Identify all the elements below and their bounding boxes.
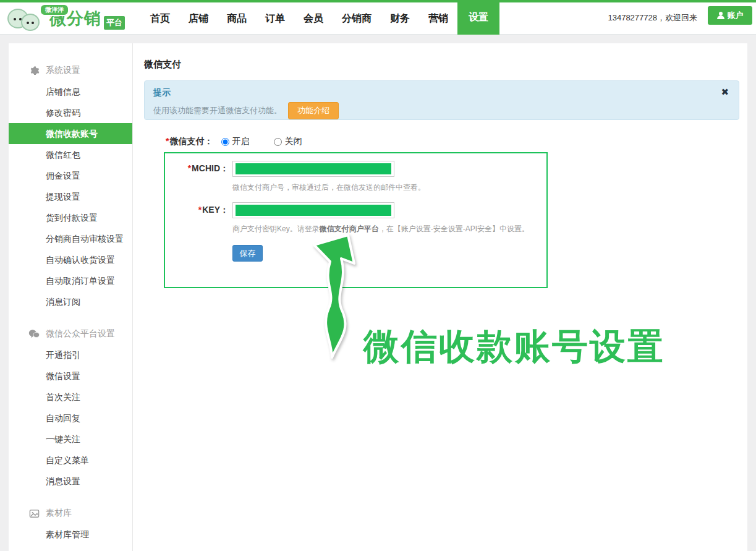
- radio-off-input[interactable]: [274, 138, 282, 146]
- feature-intro-button[interactable]: 功能介绍: [288, 102, 339, 119]
- sidebar-section-system: 系统设置 店铺信息 修改密码 微信收款账号 微信红包 佣金设置 提现设置 货到付…: [9, 60, 132, 312]
- main-nav: 首页 店铺 商品 订单 会员 分销商 财务 营销 设置: [141, 2, 499, 35]
- required-marker: *: [198, 205, 202, 215]
- notice-text: 使用该功能需要开通微信支付功能。: [153, 105, 282, 116]
- image-icon: [28, 508, 40, 519]
- sidebar-item-shop-info[interactable]: 店铺信息: [9, 81, 132, 102]
- sidebar-header-wechat-platform: 微信公众平台设置: [9, 323, 132, 344]
- wechat-pay-switch-row: *微信支付： 开启 关闭: [144, 136, 739, 147]
- radio-on-input[interactable]: [221, 138, 229, 146]
- payment-account-form: *MCHID： 微信支付商户号，审核通过后，在微信发送的邮件中查看。 *KEY：…: [164, 152, 548, 288]
- sidebar-header-system: 系统设置: [9, 60, 132, 81]
- sidebar-item-wechat-settings[interactable]: 微信设置: [9, 365, 132, 387]
- sidebar-item-auto-cancel-order[interactable]: 自动取消订单设置: [9, 270, 132, 291]
- required-marker: *: [188, 163, 191, 173]
- sidebar-section-wechat-platform: 微信公众平台设置 开通指引 微信设置 首次关注 自动回复 一键关注 自定义菜单 …: [9, 323, 132, 492]
- mchid-field-row: *MCHID：: [165, 161, 546, 177]
- radio-option-off[interactable]: 关闭: [274, 136, 302, 147]
- sidebar-item-cod-settings[interactable]: 货到付款设置: [9, 207, 132, 228]
- nav-item-orders[interactable]: 订单: [256, 2, 294, 35]
- notice-body: 使用该功能需要开通微信支付功能。 功能介绍: [153, 102, 730, 119]
- sidebar-section-material: 素材库 素材库管理: [9, 503, 132, 545]
- nav-item-members[interactable]: 会员: [294, 2, 333, 35]
- sidebar: 系统设置 店铺信息 修改密码 微信收款账号 微信红包 佣金设置 提现设置 货到付…: [9, 43, 133, 551]
- mchid-label: *MCHID：: [165, 163, 229, 174]
- key-field-row: *KEY：: [165, 202, 546, 218]
- top-header: 微洋洋 微分销 平台 首页 店铺 商品 订单 会员 分销商 财务 营销 设置 1…: [0, 0, 756, 35]
- sidebar-item-withdraw-settings[interactable]: 提现设置: [9, 186, 132, 207]
- close-icon[interactable]: ✖: [721, 87, 729, 96]
- sidebar-item-auto-confirm-receipt[interactable]: 自动确认收货设置: [9, 249, 132, 270]
- sheep-head-right: [21, 14, 40, 31]
- key-help-text: 商户支付密钥Key。请登录微信支付商户平台，在【账户设置-安全设置-API安全】…: [232, 224, 546, 234]
- sidebar-item-activation-guide[interactable]: 开通指引: [9, 344, 132, 365]
- sidebar-item-auto-reply[interactable]: 自动回复: [9, 408, 132, 429]
- key-input[interactable]: [232, 202, 394, 218]
- logo-badge: 微洋洋: [40, 4, 69, 16]
- key-value-mask: [236, 205, 391, 216]
- account-button[interactable]: 账户: [708, 6, 752, 25]
- sidebar-item-change-password[interactable]: 修改密码: [9, 102, 132, 123]
- notice-box: 提示 使用该功能需要开通微信支付功能。 功能介绍 ✖: [144, 80, 739, 120]
- required-marker: *: [166, 136, 169, 146]
- sidebar-item-wechat-payment-account[interactable]: 微信收款账号: [9, 123, 132, 144]
- mchid-input[interactable]: [232, 161, 394, 177]
- account-button-label: 账户: [728, 10, 744, 21]
- chat-icon: [28, 328, 40, 340]
- nav-item-shop[interactable]: 店铺: [179, 2, 218, 35]
- nav-item-goods[interactable]: 商品: [218, 2, 256, 35]
- key-label: *KEY：: [165, 205, 229, 216]
- sidebar-item-custom-menu[interactable]: 自定义菜单: [9, 450, 132, 471]
- nav-item-distributors[interactable]: 分销商: [333, 2, 381, 35]
- radio-option-on[interactable]: 开启: [221, 136, 249, 147]
- page-title: 微信支付: [144, 59, 739, 70]
- sidebar-item-distributor-auto-audit[interactable]: 分销商自动审核设置: [9, 228, 132, 249]
- logo-suffix: 平台: [104, 16, 125, 30]
- main-content: 微信支付 提示 使用该功能需要开通微信支付功能。 功能介绍 ✖ *微信支付： 开…: [133, 43, 747, 551]
- nav-item-finance[interactable]: 财务: [381, 2, 419, 35]
- nav-item-settings[interactable]: 设置: [457, 0, 499, 35]
- sidebar-item-message-subscribe[interactable]: 消息订阅: [9, 291, 132, 312]
- sidebar-section-title: 系统设置: [46, 65, 80, 76]
- sidebar-item-first-follow[interactable]: 首次关注: [9, 387, 132, 408]
- sidebar-item-one-key-follow[interactable]: 一键关注: [9, 429, 132, 450]
- sidebar-section-title: 微信公众平台设置: [46, 328, 115, 340]
- welcome-text: 13478277728，欢迎回来: [608, 12, 697, 23]
- sidebar-header-material: 素材库: [9, 503, 132, 524]
- gear-icon: [28, 65, 40, 76]
- notice-title: 提示: [153, 87, 730, 98]
- person-icon: [717, 12, 724, 19]
- save-button[interactable]: 保存: [232, 245, 263, 262]
- sidebar-item-commission-settings[interactable]: 佣金设置: [9, 165, 132, 186]
- sidebar-section-title: 素材库: [46, 508, 72, 519]
- mchid-help-text: 微信支付商户号，审核通过后，在微信发送的邮件中查看。: [232, 182, 546, 193]
- sidebar-item-material-management[interactable]: 素材库管理: [9, 524, 132, 545]
- sidebar-item-wechat-redpacket[interactable]: 微信红包: [9, 144, 132, 165]
- nav-item-marketing[interactable]: 营销: [419, 2, 457, 35]
- sidebar-item-message-settings[interactable]: 消息设置: [9, 471, 132, 492]
- app-logo[interactable]: 微洋洋 微分销 平台: [7, 2, 125, 35]
- nav-item-home[interactable]: 首页: [141, 2, 179, 35]
- mchid-value-mask: [236, 163, 391, 174]
- wechat-pay-switch-label: *微信支付：: [166, 136, 213, 147]
